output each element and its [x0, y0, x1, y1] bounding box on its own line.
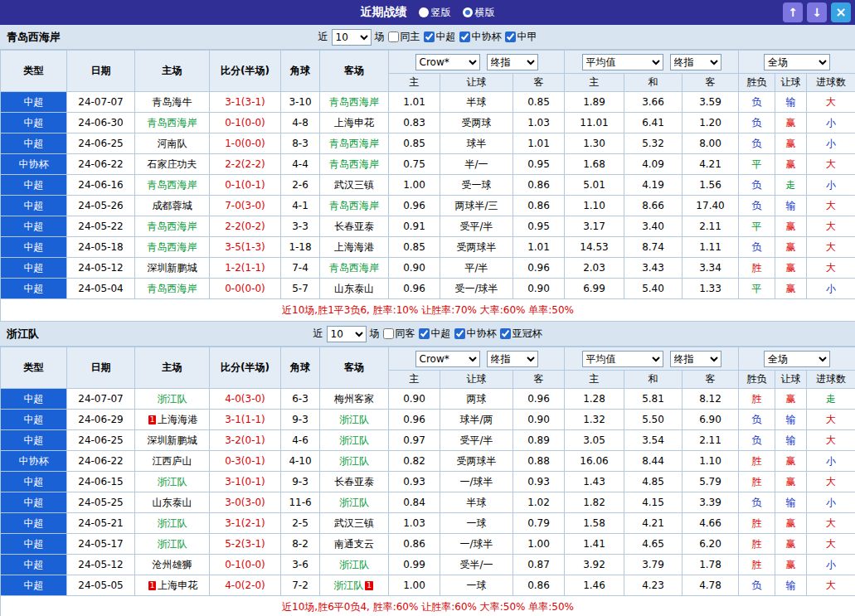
score-cell[interactable]: 3-0(3-0) — [210, 492, 281, 513]
bookmaker-mode-select[interactable]: 终指 — [487, 351, 538, 367]
home-team-cell[interactable]: 青岛西海岸 — [135, 216, 210, 237]
close-button[interactable]: × — [831, 2, 851, 22]
score-cell[interactable]: 4-0(2-0) — [210, 575, 281, 596]
layout-option-horizontal[interactable]: 横版 — [463, 6, 495, 20]
team-name[interactable]: 青岛西海岸 — [148, 117, 197, 129]
score-cell[interactable]: 1-0(0-0) — [210, 133, 281, 154]
score-cell[interactable]: 2-2(2-2) — [210, 154, 281, 175]
team-name[interactable]: 青岛西海岸 — [329, 200, 379, 211]
team-name[interactable]: 青岛西海岸 — [329, 158, 379, 170]
league-filter-csl[interactable]: 中超 — [424, 30, 456, 44]
home-team-cell[interactable]: 浙江队 — [135, 513, 210, 534]
team-name[interactable]: 上海海港 — [158, 414, 197, 425]
league-checkbox[interactable] — [505, 32, 516, 42]
team-name[interactable]: 浙江队 — [158, 393, 187, 405]
away-team-cell[interactable]: 青岛西海岸 — [320, 196, 389, 216]
home-team-cell[interactable]: 河南队 — [135, 133, 210, 154]
team-name[interactable]: 江西庐山 — [153, 455, 192, 467]
team-name[interactable]: 青岛西海岸 — [329, 262, 379, 274]
team-name[interactable]: 青岛西海岸 — [329, 96, 379, 108]
league-filter-fa-cup[interactable]: 中协杯 — [454, 327, 497, 341]
score-cell[interactable]: 7-0(3-0) — [210, 196, 281, 216]
team-name[interactable]: 青岛西海岸 — [148, 179, 197, 191]
match-count-select[interactable]: 10 — [332, 29, 372, 46]
team-name[interactable]: 武汉三镇 — [334, 517, 374, 529]
score-cell[interactable]: 4-0(3-0) — [210, 389, 281, 410]
away-team-cell[interactable]: 浙江队 — [320, 430, 389, 451]
home-team-cell[interactable]: 沧州雄狮 — [135, 555, 210, 575]
away-team-cell[interactable]: 浙江队 — [320, 492, 389, 513]
bookmaker-mode-select[interactable]: 终指 — [487, 54, 538, 70]
team-name[interactable]: 梅州客家 — [334, 393, 374, 405]
layout-option-vertical[interactable]: 竖版 — [419, 6, 451, 20]
league-filter-league-one[interactable]: 中甲 — [505, 30, 537, 44]
team-name[interactable]: 青岛西海岸 — [329, 138, 379, 149]
away-team-cell[interactable]: 浙江队 — [320, 555, 389, 575]
team-name[interactable]: 上海申花 — [158, 580, 197, 591]
score-cell[interactable]: 3-2(0-1) — [210, 430, 281, 451]
home-team-cell[interactable]: 成都蓉城 — [135, 196, 210, 216]
score-cell[interactable]: 3-5(1-3) — [210, 237, 281, 258]
score-cell[interactable]: 5-2(3-1) — [210, 534, 281, 555]
same-venue-filter[interactable]: 同主 — [388, 30, 420, 44]
score-cell[interactable]: 2-2(0-2) — [210, 216, 281, 237]
average-mode-select[interactable]: 终指 — [670, 54, 721, 70]
league-checkbox[interactable] — [419, 328, 430, 339]
bookmaker-select[interactable]: Crow* — [415, 351, 480, 367]
score-cell[interactable]: 0-1(0-1) — [210, 175, 281, 196]
team-name[interactable]: 长春亚泰 — [334, 221, 374, 232]
league-filter-acl[interactable]: 亚冠杯 — [500, 327, 542, 341]
team-name[interactable]: 石家庄功夫 — [148, 158, 197, 170]
team-name[interactable]: 浙江队 — [333, 580, 363, 591]
team-name[interactable]: 上海申花 — [334, 117, 374, 129]
score-cell[interactable]: 0-1(0-0) — [210, 555, 281, 575]
team-name[interactable]: 深圳新鹏城 — [148, 262, 197, 274]
score-cell[interactable]: 3-1(0-1) — [210, 472, 281, 492]
bookmaker-select[interactable]: Crow* — [415, 54, 480, 70]
away-team-cell[interactable]: 青岛西海岸 — [320, 154, 389, 175]
league-checkbox[interactable] — [424, 32, 435, 42]
score-cell[interactable]: 3-1(1-1) — [210, 410, 281, 430]
scope-select[interactable]: 全场 — [764, 54, 830, 70]
match-count-select[interactable]: 10 — [327, 326, 367, 342]
team-name[interactable]: 南通支云 — [334, 538, 374, 550]
team-name[interactable]: 沧州雄狮 — [153, 559, 192, 570]
average-select[interactable]: 平均值 — [582, 351, 663, 367]
away-team-cell[interactable]: 长春亚泰 — [320, 472, 389, 492]
home-team-cell[interactable]: 青岛西海岸 — [135, 113, 210, 133]
home-team-cell[interactable]: 深圳新鹏城 — [135, 430, 210, 451]
home-team-cell[interactable]: 青岛西海岸 — [135, 237, 210, 258]
team-name[interactable]: 青岛西海岸 — [148, 221, 197, 232]
away-team-cell[interactable]: 浙江队1 — [320, 575, 389, 596]
vertical-layout-radio[interactable] — [419, 7, 429, 17]
home-team-cell[interactable]: 青岛西海岸 — [135, 279, 210, 299]
score-cell[interactable]: 0-0(0-0) — [210, 279, 281, 299]
team-name[interactable]: 浙江队 — [158, 517, 187, 529]
team-name[interactable]: 山东泰山 — [153, 497, 192, 508]
score-cell[interactable]: 3-1(2-1) — [210, 513, 281, 534]
team-name[interactable]: 山东泰山 — [334, 283, 374, 294]
away-team-cell[interactable]: 浙江队 — [320, 451, 389, 472]
league-filter-csl[interactable]: 中超 — [419, 327, 451, 341]
team-name[interactable]: 浙江队 — [158, 476, 187, 487]
average-mode-select[interactable]: 终指 — [670, 351, 721, 367]
team-name[interactable]: 青岛西海岸 — [148, 283, 197, 294]
home-team-cell[interactable]: 浙江队 — [135, 389, 210, 410]
away-team-cell[interactable]: 山东泰山 — [320, 279, 389, 299]
home-team-cell[interactable]: 青岛西海岸 — [135, 175, 210, 196]
same-venue-checkbox[interactable] — [383, 328, 394, 339]
horizontal-layout-radio[interactable] — [463, 7, 473, 17]
league-checkbox[interactable] — [459, 32, 470, 42]
team-name[interactable]: 浙江队 — [339, 434, 369, 446]
away-team-cell[interactable]: 梅州客家 — [320, 389, 389, 410]
same-venue-checkbox[interactable] — [388, 32, 399, 42]
home-team-cell[interactable]: 青岛海牛 — [135, 92, 210, 113]
team-name[interactable]: 浙江队 — [339, 455, 369, 467]
team-name[interactable]: 河南队 — [158, 138, 187, 149]
team-name[interactable]: 浙江队 — [339, 497, 369, 508]
team-name[interactable]: 浙江队 — [339, 414, 369, 425]
scroll-up-button[interactable]: ↑ — [783, 2, 803, 22]
team-name[interactable]: 深圳新鹏城 — [148, 434, 197, 446]
score-cell[interactable]: 3-1(3-1) — [210, 92, 281, 113]
away-team-cell[interactable]: 青岛西海岸 — [320, 258, 389, 279]
